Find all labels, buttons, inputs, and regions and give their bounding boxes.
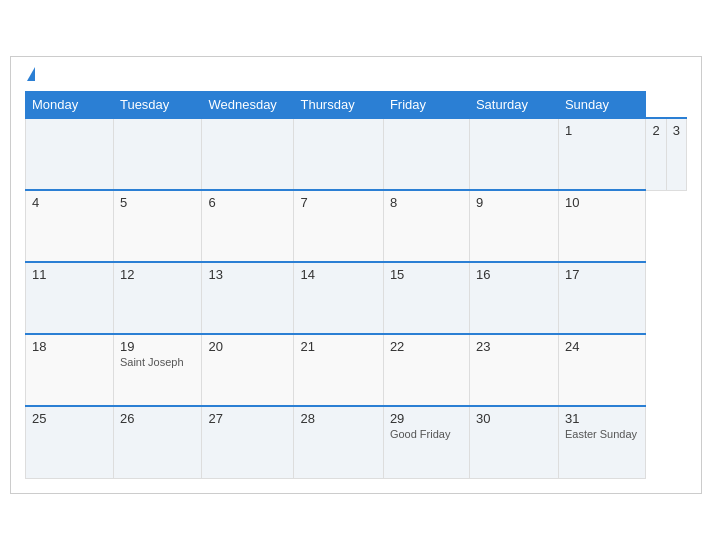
calendar-day: 27 xyxy=(202,406,294,478)
calendar-day: 4 xyxy=(26,190,114,262)
day-number: 12 xyxy=(120,267,196,282)
day-number: 13 xyxy=(208,267,287,282)
calendar-day xyxy=(294,118,383,190)
calendar-day: 12 xyxy=(113,262,202,334)
day-event: Easter Sunday xyxy=(565,428,640,440)
calendar-day: 7 xyxy=(294,190,383,262)
calendar-header xyxy=(25,67,687,81)
day-number: 16 xyxy=(476,267,552,282)
calendar-day: 14 xyxy=(294,262,383,334)
calendar-day: 16 xyxy=(469,262,558,334)
calendar-day: 15 xyxy=(383,262,469,334)
weekday-header-tuesday: Tuesday xyxy=(113,92,202,119)
day-number: 8 xyxy=(390,195,463,210)
day-number: 23 xyxy=(476,339,552,354)
day-number: 18 xyxy=(32,339,107,354)
day-number: 6 xyxy=(208,195,287,210)
day-number: 5 xyxy=(120,195,196,210)
day-number: 14 xyxy=(300,267,376,282)
weekday-header-saturday: Saturday xyxy=(469,92,558,119)
calendar-day: 22 xyxy=(383,334,469,406)
calendar-day: 5 xyxy=(113,190,202,262)
logo xyxy=(25,67,35,81)
calendar-day: 2 xyxy=(646,118,666,190)
calendar-week-row: 11121314151617 xyxy=(26,262,687,334)
calendar-day: 10 xyxy=(558,190,646,262)
weekday-header-row: MondayTuesdayWednesdayThursdayFridaySatu… xyxy=(26,92,687,119)
weekday-header-monday: Monday xyxy=(26,92,114,119)
calendar-day: 28 xyxy=(294,406,383,478)
weekday-header-friday: Friday xyxy=(383,92,469,119)
day-number: 29 xyxy=(390,411,463,426)
day-number: 31 xyxy=(565,411,640,426)
calendar-week-row: 123 xyxy=(26,118,687,190)
logo-triangle-icon xyxy=(27,67,35,81)
day-number: 19 xyxy=(120,339,196,354)
day-number: 15 xyxy=(390,267,463,282)
calendar-day: 8 xyxy=(383,190,469,262)
day-number: 22 xyxy=(390,339,463,354)
calendar-day: 20 xyxy=(202,334,294,406)
calendar-day: 23 xyxy=(469,334,558,406)
day-number: 27 xyxy=(208,411,287,426)
calendar-day: 26 xyxy=(113,406,202,478)
calendar-container: MondayTuesdayWednesdayThursdayFridaySatu… xyxy=(10,56,702,494)
calendar-day: 6 xyxy=(202,190,294,262)
calendar-week-row: 1819Saint Joseph2021222324 xyxy=(26,334,687,406)
calendar-day: 11 xyxy=(26,262,114,334)
day-number: 30 xyxy=(476,411,552,426)
day-number: 10 xyxy=(565,195,640,210)
calendar-day: 9 xyxy=(469,190,558,262)
calendar-week-row: 2526272829Good Friday3031Easter Sunday xyxy=(26,406,687,478)
calendar-day: 25 xyxy=(26,406,114,478)
day-number: 25 xyxy=(32,411,107,426)
day-event: Saint Joseph xyxy=(120,356,196,368)
day-number: 2 xyxy=(652,123,659,138)
day-number: 4 xyxy=(32,195,107,210)
day-number: 21 xyxy=(300,339,376,354)
calendar-grid: MondayTuesdayWednesdayThursdayFridaySatu… xyxy=(25,91,687,479)
calendar-day xyxy=(469,118,558,190)
calendar-day-empty xyxy=(202,118,294,190)
day-number: 3 xyxy=(673,123,680,138)
calendar-day xyxy=(383,118,469,190)
calendar-day-empty xyxy=(26,118,114,190)
day-number: 20 xyxy=(208,339,287,354)
weekday-header-sunday: Sunday xyxy=(558,92,646,119)
weekday-header-thursday: Thursday xyxy=(294,92,383,119)
calendar-day: 29Good Friday xyxy=(383,406,469,478)
calendar-day: 13 xyxy=(202,262,294,334)
calendar-day: 1 xyxy=(558,118,646,190)
calendar-day-empty xyxy=(113,118,202,190)
day-number: 9 xyxy=(476,195,552,210)
calendar-day: 19Saint Joseph xyxy=(113,334,202,406)
day-number: 17 xyxy=(565,267,640,282)
day-number: 24 xyxy=(565,339,640,354)
calendar-day: 18 xyxy=(26,334,114,406)
calendar-week-row: 45678910 xyxy=(26,190,687,262)
day-number: 28 xyxy=(300,411,376,426)
calendar-day: 30 xyxy=(469,406,558,478)
calendar-day: 21 xyxy=(294,334,383,406)
day-event: Good Friday xyxy=(390,428,463,440)
calendar-day: 24 xyxy=(558,334,646,406)
day-number: 11 xyxy=(32,267,107,282)
calendar-day: 31Easter Sunday xyxy=(558,406,646,478)
day-number: 26 xyxy=(120,411,196,426)
calendar-day: 3 xyxy=(666,118,686,190)
day-number: 1 xyxy=(565,123,640,138)
day-number: 7 xyxy=(300,195,376,210)
weekday-header-wednesday: Wednesday xyxy=(202,92,294,119)
calendar-day: 17 xyxy=(558,262,646,334)
